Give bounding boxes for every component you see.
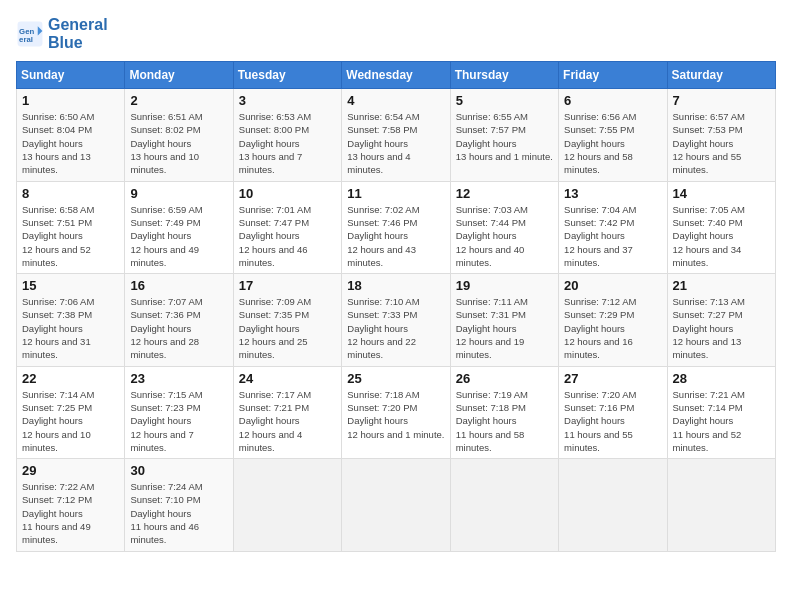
calendar-day-cell: 23 Sunrise: 7:15 AM Sunset: 7:23 PM Dayl… bbox=[125, 366, 233, 458]
day-number: 8 bbox=[22, 186, 119, 201]
logo-icon: Gen eral bbox=[16, 20, 44, 48]
calendar-day-cell: 7 Sunrise: 6:57 AM Sunset: 7:53 PM Dayli… bbox=[667, 89, 775, 181]
day-info: Sunrise: 7:20 AM Sunset: 7:16 PM Dayligh… bbox=[564, 388, 661, 454]
day-header-monday: Monday bbox=[125, 62, 233, 89]
day-number: 3 bbox=[239, 93, 336, 108]
calendar-day-cell: 28 Sunrise: 7:21 AM Sunset: 7:14 PM Dayl… bbox=[667, 366, 775, 458]
day-info: Sunrise: 7:05 AM Sunset: 7:40 PM Dayligh… bbox=[673, 203, 770, 269]
day-number: 20 bbox=[564, 278, 661, 293]
calendar-week-row: 15 Sunrise: 7:06 AM Sunset: 7:38 PM Dayl… bbox=[17, 274, 776, 366]
calendar-day-cell: 13 Sunrise: 7:04 AM Sunset: 7:42 PM Dayl… bbox=[559, 181, 667, 273]
day-header-thursday: Thursday bbox=[450, 62, 558, 89]
calendar-day-cell bbox=[233, 459, 341, 551]
day-number: 19 bbox=[456, 278, 553, 293]
calendar-day-cell: 11 Sunrise: 7:02 AM Sunset: 7:46 PM Dayl… bbox=[342, 181, 450, 273]
calendar-day-cell: 5 Sunrise: 6:55 AM Sunset: 7:57 PM Dayli… bbox=[450, 89, 558, 181]
calendar-day-cell: 6 Sunrise: 6:56 AM Sunset: 7:55 PM Dayli… bbox=[559, 89, 667, 181]
calendar-day-cell: 19 Sunrise: 7:11 AM Sunset: 7:31 PM Dayl… bbox=[450, 274, 558, 366]
day-number: 14 bbox=[673, 186, 770, 201]
day-number: 15 bbox=[22, 278, 119, 293]
day-info: Sunrise: 7:10 AM Sunset: 7:33 PM Dayligh… bbox=[347, 295, 444, 361]
calendar-day-cell: 15 Sunrise: 7:06 AM Sunset: 7:38 PM Dayl… bbox=[17, 274, 125, 366]
day-info: Sunrise: 7:24 AM Sunset: 7:10 PM Dayligh… bbox=[130, 480, 227, 546]
calendar-header-row: SundayMondayTuesdayWednesdayThursdayFrid… bbox=[17, 62, 776, 89]
calendar-table: SundayMondayTuesdayWednesdayThursdayFrid… bbox=[16, 61, 776, 551]
day-number: 28 bbox=[673, 371, 770, 386]
day-number: 4 bbox=[347, 93, 444, 108]
calendar-day-cell: 17 Sunrise: 7:09 AM Sunset: 7:35 PM Dayl… bbox=[233, 274, 341, 366]
day-info: Sunrise: 7:14 AM Sunset: 7:25 PM Dayligh… bbox=[22, 388, 119, 454]
day-info: Sunrise: 7:22 AM Sunset: 7:12 PM Dayligh… bbox=[22, 480, 119, 546]
day-number: 5 bbox=[456, 93, 553, 108]
day-number: 23 bbox=[130, 371, 227, 386]
day-info: Sunrise: 7:12 AM Sunset: 7:29 PM Dayligh… bbox=[564, 295, 661, 361]
day-info: Sunrise: 7:04 AM Sunset: 7:42 PM Dayligh… bbox=[564, 203, 661, 269]
calendar-day-cell bbox=[667, 459, 775, 551]
day-info: Sunrise: 7:21 AM Sunset: 7:14 PM Dayligh… bbox=[673, 388, 770, 454]
day-header-saturday: Saturday bbox=[667, 62, 775, 89]
day-header-sunday: Sunday bbox=[17, 62, 125, 89]
calendar-week-row: 8 Sunrise: 6:58 AM Sunset: 7:51 PM Dayli… bbox=[17, 181, 776, 273]
calendar-day-cell: 3 Sunrise: 6:53 AM Sunset: 8:00 PM Dayli… bbox=[233, 89, 341, 181]
day-info: Sunrise: 7:09 AM Sunset: 7:35 PM Dayligh… bbox=[239, 295, 336, 361]
calendar-day-cell: 26 Sunrise: 7:19 AM Sunset: 7:18 PM Dayl… bbox=[450, 366, 558, 458]
day-info: Sunrise: 7:03 AM Sunset: 7:44 PM Dayligh… bbox=[456, 203, 553, 269]
calendar-body: 1 Sunrise: 6:50 AM Sunset: 8:04 PM Dayli… bbox=[17, 89, 776, 551]
day-number: 24 bbox=[239, 371, 336, 386]
calendar-day-cell: 4 Sunrise: 6:54 AM Sunset: 7:58 PM Dayli… bbox=[342, 89, 450, 181]
calendar-week-row: 1 Sunrise: 6:50 AM Sunset: 8:04 PM Dayli… bbox=[17, 89, 776, 181]
day-number: 27 bbox=[564, 371, 661, 386]
logo: Gen eral General Blue bbox=[16, 16, 108, 51]
day-info: Sunrise: 6:51 AM Sunset: 8:02 PM Dayligh… bbox=[130, 110, 227, 176]
day-info: Sunrise: 7:07 AM Sunset: 7:36 PM Dayligh… bbox=[130, 295, 227, 361]
day-header-tuesday: Tuesday bbox=[233, 62, 341, 89]
day-number: 25 bbox=[347, 371, 444, 386]
day-number: 17 bbox=[239, 278, 336, 293]
calendar-day-cell: 2 Sunrise: 6:51 AM Sunset: 8:02 PM Dayli… bbox=[125, 89, 233, 181]
day-info: Sunrise: 6:58 AM Sunset: 7:51 PM Dayligh… bbox=[22, 203, 119, 269]
day-number: 12 bbox=[456, 186, 553, 201]
day-number: 16 bbox=[130, 278, 227, 293]
calendar-day-cell bbox=[450, 459, 558, 551]
calendar-day-cell: 16 Sunrise: 7:07 AM Sunset: 7:36 PM Dayl… bbox=[125, 274, 233, 366]
day-number: 30 bbox=[130, 463, 227, 478]
day-info: Sunrise: 6:53 AM Sunset: 8:00 PM Dayligh… bbox=[239, 110, 336, 176]
day-number: 13 bbox=[564, 186, 661, 201]
day-number: 10 bbox=[239, 186, 336, 201]
calendar-day-cell: 29 Sunrise: 7:22 AM Sunset: 7:12 PM Dayl… bbox=[17, 459, 125, 551]
day-number: 9 bbox=[130, 186, 227, 201]
day-number: 26 bbox=[456, 371, 553, 386]
day-number: 1 bbox=[22, 93, 119, 108]
calendar-day-cell: 24 Sunrise: 7:17 AM Sunset: 7:21 PM Dayl… bbox=[233, 366, 341, 458]
day-number: 6 bbox=[564, 93, 661, 108]
day-number: 7 bbox=[673, 93, 770, 108]
calendar-day-cell: 8 Sunrise: 6:58 AM Sunset: 7:51 PM Dayli… bbox=[17, 181, 125, 273]
day-info: Sunrise: 7:02 AM Sunset: 7:46 PM Dayligh… bbox=[347, 203, 444, 269]
calendar-day-cell: 12 Sunrise: 7:03 AM Sunset: 7:44 PM Dayl… bbox=[450, 181, 558, 273]
day-info: Sunrise: 6:57 AM Sunset: 7:53 PM Dayligh… bbox=[673, 110, 770, 176]
day-header-wednesday: Wednesday bbox=[342, 62, 450, 89]
calendar-day-cell: 10 Sunrise: 7:01 AM Sunset: 7:47 PM Dayl… bbox=[233, 181, 341, 273]
day-number: 21 bbox=[673, 278, 770, 293]
calendar-day-cell: 18 Sunrise: 7:10 AM Sunset: 7:33 PM Dayl… bbox=[342, 274, 450, 366]
calendar-day-cell bbox=[342, 459, 450, 551]
svg-text:eral: eral bbox=[19, 34, 33, 43]
calendar-week-row: 29 Sunrise: 7:22 AM Sunset: 7:12 PM Dayl… bbox=[17, 459, 776, 551]
calendar-day-cell: 25 Sunrise: 7:18 AM Sunset: 7:20 PM Dayl… bbox=[342, 366, 450, 458]
calendar-day-cell: 9 Sunrise: 6:59 AM Sunset: 7:49 PM Dayli… bbox=[125, 181, 233, 273]
day-info: Sunrise: 7:19 AM Sunset: 7:18 PM Dayligh… bbox=[456, 388, 553, 454]
page-header: Gen eral General Blue bbox=[16, 16, 776, 51]
calendar-week-row: 22 Sunrise: 7:14 AM Sunset: 7:25 PM Dayl… bbox=[17, 366, 776, 458]
day-info: Sunrise: 6:54 AM Sunset: 7:58 PM Dayligh… bbox=[347, 110, 444, 176]
calendar-day-cell: 14 Sunrise: 7:05 AM Sunset: 7:40 PM Dayl… bbox=[667, 181, 775, 273]
day-info: Sunrise: 7:15 AM Sunset: 7:23 PM Dayligh… bbox=[130, 388, 227, 454]
calendar-day-cell bbox=[559, 459, 667, 551]
day-info: Sunrise: 7:11 AM Sunset: 7:31 PM Dayligh… bbox=[456, 295, 553, 361]
calendar-day-cell: 30 Sunrise: 7:24 AM Sunset: 7:10 PM Dayl… bbox=[125, 459, 233, 551]
day-info: Sunrise: 7:13 AM Sunset: 7:27 PM Dayligh… bbox=[673, 295, 770, 361]
day-info: Sunrise: 6:50 AM Sunset: 8:04 PM Dayligh… bbox=[22, 110, 119, 176]
day-info: Sunrise: 7:06 AM Sunset: 7:38 PM Dayligh… bbox=[22, 295, 119, 361]
day-number: 29 bbox=[22, 463, 119, 478]
calendar-day-cell: 1 Sunrise: 6:50 AM Sunset: 8:04 PM Dayli… bbox=[17, 89, 125, 181]
day-header-friday: Friday bbox=[559, 62, 667, 89]
